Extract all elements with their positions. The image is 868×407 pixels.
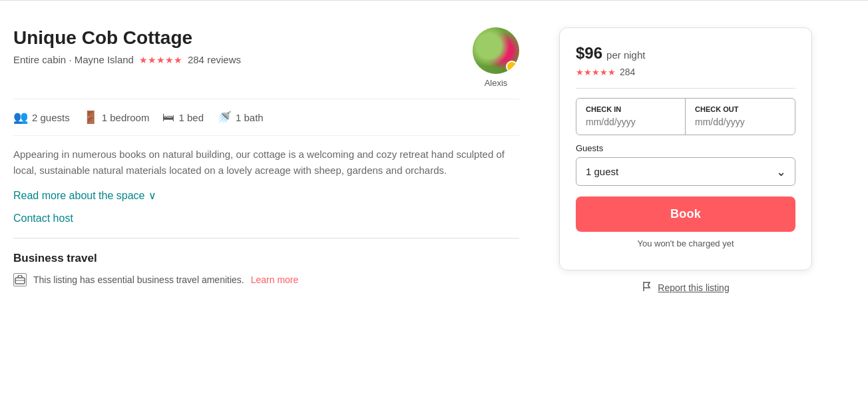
- read-more-link[interactable]: Read more about the space ∨: [13, 189, 156, 202]
- stars-icon: ★★★★★: [139, 55, 182, 65]
- contact-divider: [13, 238, 519, 238]
- host-avatar: [473, 27, 519, 74]
- guests-section-label: Guests: [576, 143, 795, 153]
- card-price-divider: [576, 88, 795, 89]
- listing-description: Appearing in numerous books on natural b…: [13, 147, 519, 179]
- page-container: Unique Cob Cottage Entire cabin · Mayne …: [0, 0, 868, 300]
- guests-label: 2 guests: [32, 112, 70, 123]
- check-out-input[interactable]: [695, 117, 785, 127]
- right-column: $96 per night ★★★★★ 284 Check In Check O…: [559, 14, 812, 300]
- date-fields: Check In Check Out: [576, 98, 795, 135]
- check-in-field[interactable]: Check In: [576, 99, 686, 135]
- bed-icon: 🛏: [162, 111, 174, 125]
- business-travel-section: Business travel This listing has essenti…: [13, 252, 519, 286]
- listing-type-location: Entire cabin · Mayne Island: [13, 54, 134, 65]
- check-out-field[interactable]: Check Out: [686, 99, 795, 135]
- guests-select-wrapper: 1 guest 2 guests ⌄: [576, 157, 795, 186]
- amenity-bedroom: 🚪 1 bedroom: [83, 110, 150, 125]
- amenities-row: 👥 2 guests 🚪 1 bedroom 🛏 1 bed 🚿 1 bath: [13, 110, 519, 125]
- listing-title-group: Unique Cob Cottage Entire cabin · Mayne …: [13, 27, 241, 65]
- guests-select[interactable]: 1 guest 2 guests: [576, 157, 795, 186]
- card-rating-count: 284: [620, 67, 635, 77]
- listing-title: Unique Cob Cottage: [13, 27, 241, 49]
- card-stars-icon: ★★★★★: [576, 67, 616, 77]
- amenities-divider: [13, 135, 519, 136]
- left-column: Unique Cob Cottage Entire cabin · Mayne …: [13, 14, 519, 300]
- no-charge-text: You won't be charged yet: [576, 238, 795, 248]
- guests-section: Guests 1 guest 2 guests ⌄: [576, 143, 795, 186]
- book-button[interactable]: Book: [576, 197, 795, 232]
- bath-icon: 🚿: [217, 110, 232, 125]
- business-travel-title: Business travel: [13, 252, 519, 265]
- listing-header: Unique Cob Cottage Entire cabin · Mayne …: [13, 27, 519, 88]
- host-badge-icon: [506, 61, 518, 73]
- bedroom-label: 1 bedroom: [102, 112, 150, 123]
- price-amount: $96: [576, 44, 602, 63]
- business-travel-info: This listing has essential business trav…: [13, 273, 519, 286]
- price-row: $96 per night: [576, 44, 795, 63]
- listing-subtitle: Entire cabin · Mayne Island ★★★★★ 284 re…: [13, 54, 241, 65]
- learn-more-link[interactable]: Learn more: [251, 274, 299, 285]
- host-info: Alexis: [473, 27, 519, 88]
- check-in-label: Check In: [586, 105, 676, 113]
- bedroom-icon: 🚪: [83, 110, 98, 125]
- reviews-count: 284 reviews: [188, 54, 241, 65]
- header-divider: [13, 99, 519, 99]
- check-in-input[interactable]: [586, 117, 676, 127]
- guests-icon: 👥: [13, 110, 28, 125]
- read-more-text: Read more about the space: [13, 190, 144, 202]
- check-out-label: Check Out: [695, 105, 785, 113]
- amenity-guests: 👥 2 guests: [13, 110, 70, 125]
- flag-icon: [642, 281, 652, 294]
- read-more-chevron-icon: ∨: [148, 189, 156, 202]
- booking-card: $96 per night ★★★★★ 284 Check In Check O…: [559, 27, 812, 270]
- bed-label: 1 bed: [178, 112, 204, 123]
- price-period: per night: [606, 49, 645, 61]
- amenity-bath: 🚿 1 bath: [217, 110, 264, 125]
- bath-label: 1 bath: [236, 112, 264, 123]
- briefcase-icon: [13, 273, 27, 286]
- amenity-bed: 🛏 1 bed: [162, 111, 204, 125]
- business-travel-description: This listing has essential business trav…: [33, 274, 244, 285]
- report-section[interactable]: Report this listing: [559, 281, 812, 294]
- report-listing-link[interactable]: Report this listing: [658, 282, 729, 293]
- host-name: Alexis: [485, 78, 508, 88]
- contact-host-link[interactable]: Contact host: [13, 212, 519, 224]
- card-rating-row: ★★★★★ 284: [576, 67, 795, 77]
